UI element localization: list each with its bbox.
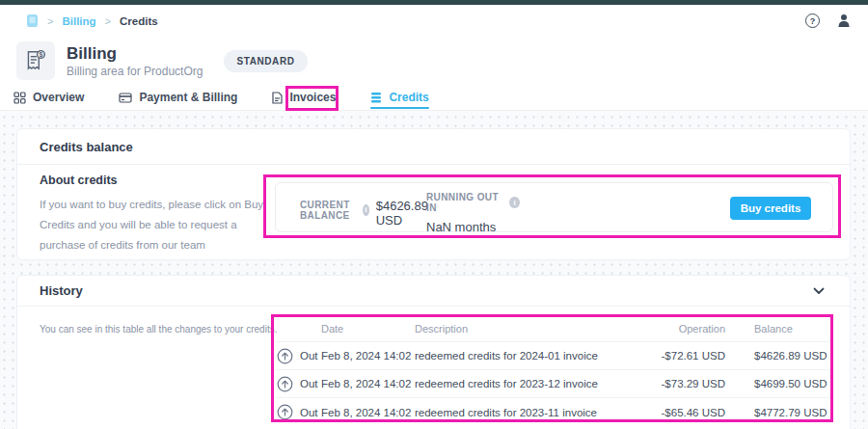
arrow-up-circle-icon	[277, 404, 293, 420]
cell-date: Feb 8, 2024 14:02	[321, 407, 415, 418]
table-header-row: Date Description Operation Balance	[275, 315, 831, 342]
nav-right-icons: ?	[805, 13, 851, 28]
breadcrumb: > Billing > Credits	[26, 13, 158, 28]
history-table: Date Description Operation Balance Out F…	[275, 315, 831, 426]
column-header-date: Date	[321, 323, 415, 335]
info-icon[interactable]: i	[509, 197, 520, 208]
grid-icon	[14, 92, 26, 104]
tab-credits[interactable]: Credits	[370, 85, 428, 111]
running-out-block: RUNNING OUT IN i NaN months	[426, 192, 520, 234]
page-header: $ Billing Billing area for ProductOrg ST…	[0, 37, 868, 85]
user-icon[interactable]	[837, 13, 851, 28]
column-header-operation: Operation	[608, 323, 725, 335]
credit-card-icon	[119, 93, 132, 103]
direction-label: Out	[300, 378, 318, 389]
breadcrumb-bar: > Billing > Credits ?	[0, 5, 868, 37]
cell-operation: -$72.61 USD	[608, 350, 725, 362]
billing-page: > Billing > Credits ? $	[0, 0, 868, 429]
cell-operation: -$73.29 USD	[608, 378, 725, 389]
breadcrumb-current-credits: Credits	[120, 15, 158, 27]
about-credits: About credits If you want to buy credits…	[40, 174, 276, 255]
cell-balance: $4699.50 USD	[754, 378, 831, 389]
invoice-file-icon	[272, 92, 283, 104]
direction-label: Out	[300, 407, 318, 418]
plan-badge: STANDARD	[224, 50, 307, 72]
cell-balance: $4626.89 USD	[754, 350, 831, 362]
column-header-description: Description	[415, 323, 608, 335]
current-balance-value: $4626.89 USD	[376, 199, 428, 228]
about-credits-title: About credits	[40, 174, 276, 187]
cell-description: redeemed credits for 2023-11 invoice	[415, 407, 608, 418]
current-balance-label: CURRENT BALANCE	[300, 200, 355, 221]
cell-description: redeemed credits for 2024-01 invoice	[415, 350, 608, 362]
credits-balance-card: Credits balance About credits If you wan…	[16, 128, 851, 260]
breadcrumb-separator: >	[105, 15, 111, 27]
coins-stack-icon	[370, 92, 382, 104]
breadcrumb-separator: >	[47, 15, 53, 27]
table-row: Out Feb 8, 2024 14:02 redeemed credits f…	[275, 370, 831, 398]
info-icon[interactable]: i	[363, 204, 368, 216]
tab-invoices[interactable]: Invoices	[272, 85, 336, 111]
table-row: Out Feb 8, 2024 14:02 redeemed credits f…	[275, 398, 831, 426]
cell-date: Feb 8, 2024 14:02	[321, 350, 415, 362]
direction-label: Out	[300, 350, 318, 362]
cell-balance: $4772.79 USD	[754, 407, 831, 418]
tab-label: Invoices	[289, 91, 336, 104]
tab-overview[interactable]: Overview	[14, 85, 84, 111]
org-home-icon[interactable]	[26, 13, 39, 28]
tab-label: Overview	[33, 91, 84, 104]
column-header-balance: Balance	[754, 323, 831, 335]
history-card: History You can see in this table all th…	[16, 275, 851, 429]
svg-text:$: $	[39, 51, 42, 59]
history-description: You can see in this table all the change…	[40, 324, 277, 335]
page-subtitle: Billing area for ProductOrg	[67, 65, 203, 78]
page-title: Billing	[67, 44, 203, 63]
cell-date: Feb 8, 2024 14:02	[321, 378, 415, 389]
buy-credits-button[interactable]: Buy credits	[730, 197, 811, 220]
balance-summary-card: CURRENT BALANCE i $4626.89 USD RUNNING O…	[275, 182, 833, 232]
tab-label: Credits	[389, 91, 428, 104]
table-row: Out Feb 8, 2024 14:02 redeemed credits f…	[275, 342, 831, 370]
title-block: Billing Billing area for ProductOrg	[67, 44, 203, 78]
credits-balance-title: Credits balance	[17, 129, 850, 165]
tab-payment-billing[interactable]: Payment & Billing	[119, 85, 237, 111]
billing-receipt-icon: $	[16, 41, 55, 80]
tab-label: Payment & Billing	[139, 91, 237, 104]
breadcrumb-link-billing[interactable]: Billing	[62, 15, 95, 27]
tab-bar: Overview Payment & Billing Invoices	[0, 85, 868, 111]
arrow-up-circle-icon	[277, 376, 293, 392]
about-credits-text: If you want to buy credits, please click…	[40, 195, 276, 255]
arrow-up-circle-icon	[277, 348, 293, 364]
cell-description: redeemed credits for 2023-12 invoice	[415, 378, 608, 389]
running-out-value: NaN months	[426, 220, 520, 234]
running-out-label: RUNNING OUT IN	[426, 192, 502, 213]
help-icon[interactable]: ?	[805, 13, 820, 28]
chevron-down-icon[interactable]	[813, 287, 825, 295]
history-title: History	[40, 283, 83, 298]
current-balance-block: CURRENT BALANCE i $4626.89 USD	[298, 192, 344, 228]
history-header: History	[17, 276, 850, 307]
cell-operation: -$65.46 USD	[608, 407, 725, 418]
